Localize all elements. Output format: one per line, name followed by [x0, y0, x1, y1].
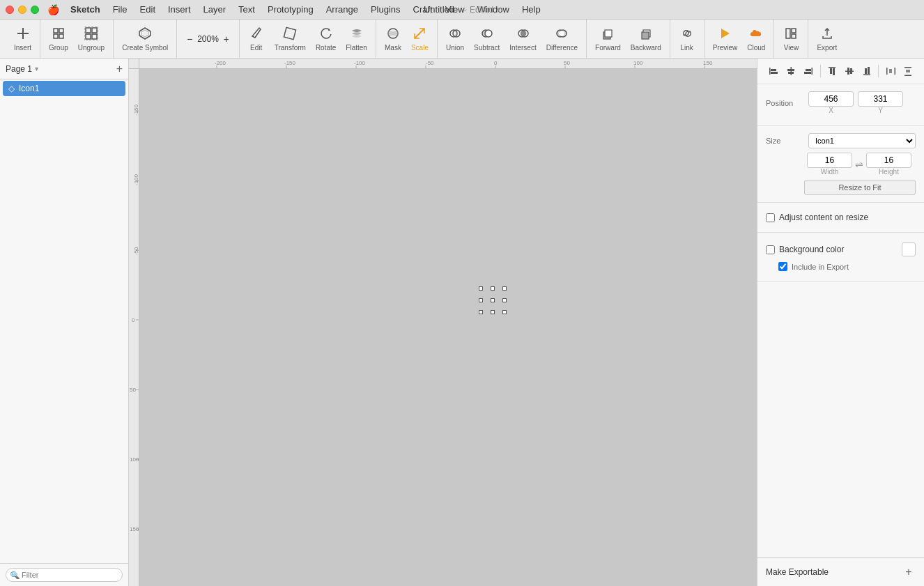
link-size-icon[interactable]: ⇌ — [855, 159, 863, 170]
handle-tl[interactable] — [479, 286, 483, 291]
ungroup-button[interactable]: Ungroup — [74, 24, 109, 54]
handle-mr[interactable] — [502, 298, 507, 302]
filter-input[interactable] — [6, 568, 123, 582]
insert-button[interactable]: Insert — [10, 24, 36, 54]
svg-text:-100: -100 — [354, 60, 366, 66]
edit-button[interactable]: Edit — [244, 24, 269, 54]
rotate-button[interactable]: Rotate — [311, 24, 340, 54]
menu-arrange[interactable]: Arrange — [321, 3, 364, 16]
svg-rect-69 — [806, 69, 811, 71]
menu-plugins[interactable]: Plugins — [365, 3, 406, 16]
forward-button[interactable]: Forward — [591, 24, 625, 54]
backward-button[interactable]: Backward — [626, 24, 665, 54]
mask-button[interactable]: Mask — [380, 24, 406, 54]
intersect-button[interactable]: Intersect — [505, 24, 540, 54]
view-label: View — [784, 44, 799, 52]
color-swatch[interactable] — [902, 242, 916, 256]
view-icon — [784, 26, 798, 43]
handle-br[interactable] — [502, 310, 507, 314]
align-center-h-button[interactable] — [783, 63, 799, 79]
maximize-button[interactable] — [31, 6, 39, 14]
y-input[interactable] — [858, 91, 903, 107]
align-top-button[interactable] — [824, 63, 840, 79]
handle-bm[interactable] — [491, 310, 495, 314]
position-label: Position — [766, 99, 804, 107]
cloud-button[interactable]: Cloud — [743, 24, 769, 54]
svg-rect-2 — [54, 29, 58, 33]
subtract-label: Subtract — [474, 44, 500, 52]
align-center-v-button[interactable] — [842, 63, 858, 79]
minimize-button[interactable] — [18, 6, 26, 14]
align-left-button[interactable] — [766, 63, 782, 79]
mask-icon — [386, 26, 400, 43]
handle-mc[interactable] — [491, 298, 495, 302]
zoom-out-button[interactable]: − — [185, 33, 194, 45]
add-page-button[interactable]: + — [116, 63, 123, 75]
menu-layer[interactable]: Layer — [198, 3, 232, 16]
align-bottom-button[interactable] — [858, 63, 875, 79]
union-button[interactable]: Union — [442, 24, 468, 54]
include-in-export-checkbox[interactable] — [778, 262, 787, 271]
menu-text[interactable]: Text — [233, 3, 261, 16]
view-button[interactable]: View — [778, 24, 803, 54]
include-in-export-row: Include in Export — [766, 259, 916, 274]
preview-button[interactable]: Preview — [709, 24, 742, 54]
link-button[interactable]: Link — [675, 24, 700, 54]
menu-help[interactable]: Help — [516, 3, 546, 16]
resize-to-fit-button[interactable]: Resize to Fit — [804, 180, 916, 195]
distribute-v-button[interactable] — [900, 63, 916, 79]
svg-rect-10 — [84, 26, 98, 40]
create-symbol-button[interactable]: Create Symbol — [118, 24, 172, 54]
apple-menu-icon[interactable]: 🍎 — [47, 4, 59, 15]
group-button[interactable]: Group — [45, 24, 72, 54]
svg-text:-100: -100 — [133, 174, 139, 185]
svg-rect-62 — [769, 68, 771, 75]
page-dropdown[interactable]: Page 1 ▾ — [6, 64, 38, 74]
menu-prototyping[interactable]: Prototyping — [262, 3, 319, 16]
close-button[interactable] — [6, 6, 14, 14]
handle-tm[interactable] — [491, 286, 495, 291]
menu-sketch[interactable]: Sketch — [65, 3, 106, 16]
zoom-in-button[interactable]: + — [222, 33, 231, 45]
subtract-button[interactable]: Subtract — [470, 24, 504, 54]
cloud-label: Cloud — [747, 44, 765, 52]
canvas-container[interactable]: -200 -150 -100 -50 0 50 100 150 -150 — [129, 59, 757, 586]
adjust-content-checkbox[interactable] — [766, 213, 775, 222]
canvas[interactable] — [139, 69, 757, 586]
layers-panel: ◇ Icon1 — [0, 79, 128, 563]
handle-ml[interactable] — [479, 298, 483, 302]
distribute-h-button[interactable] — [882, 63, 898, 79]
scale-button[interactable]: Scale — [407, 24, 433, 54]
link-group: Link — [670, 20, 704, 58]
flatten-button[interactable]: Flatten — [341, 24, 371, 54]
edit-label: Edit — [250, 44, 262, 52]
edit-icon — [249, 26, 263, 43]
zoom-value[interactable]: 200% — [196, 34, 221, 44]
menu-edit[interactable]: Edit — [134, 3, 161, 16]
transform-button[interactable]: Transform — [270, 24, 310, 54]
menu-insert[interactable]: Insert — [162, 3, 197, 16]
svg-marker-28 — [721, 29, 730, 38]
x-input[interactable] — [808, 91, 854, 107]
layer-icon1[interactable]: ◇ Icon1 — [3, 81, 125, 96]
difference-button[interactable]: Difference — [542, 24, 582, 54]
size-dropdown[interactable]: Icon1 — [808, 133, 916, 148]
export-button[interactable]: Export — [813, 24, 841, 54]
handle-tr[interactable] — [502, 286, 507, 291]
svg-rect-71 — [829, 67, 836, 68]
handle-bl[interactable] — [479, 310, 483, 314]
svg-text:50: 50 — [564, 60, 570, 66]
title-chevron-icon[interactable]: ▾ — [497, 6, 500, 13]
title-separator: — — [458, 5, 466, 15]
filter-wrapper: 🔍 — [6, 568, 123, 582]
height-input[interactable] — [866, 153, 911, 168]
width-input[interactable] — [807, 153, 852, 168]
ruler-vertical: -150 -100 -50 0 50 100 150 — [129, 69, 139, 586]
align-right-button[interactable] — [801, 63, 817, 79]
svg-rect-31 — [792, 34, 796, 38]
main-content: Page 1 ▾ + ◇ Icon1 🔍 — [0, 59, 924, 586]
page-chevron-icon: ▾ — [35, 65, 38, 72]
background-color-checkbox[interactable] — [766, 245, 775, 254]
add-exportable-button[interactable]: + — [902, 565, 916, 579]
menu-file[interactable]: File — [107, 3, 133, 16]
